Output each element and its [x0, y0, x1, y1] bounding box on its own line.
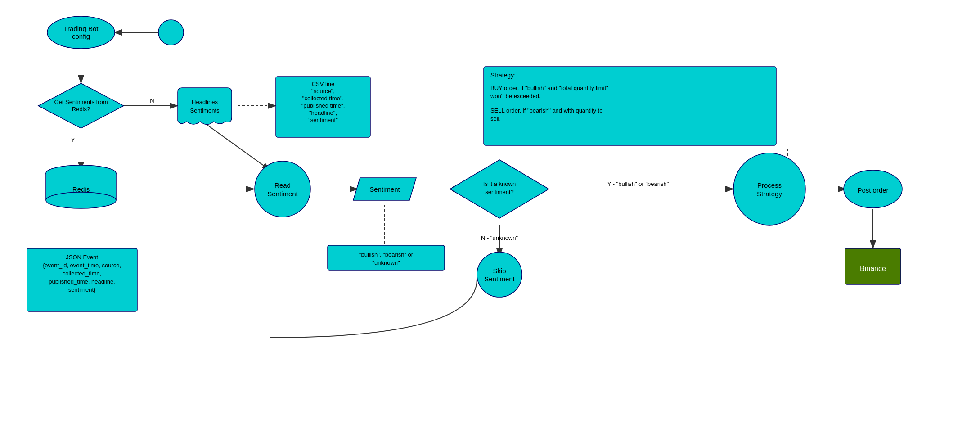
- n-unknown-label: N - "unknown": [481, 235, 518, 241]
- strategy-box: [484, 67, 776, 145]
- binance-label: Binance: [860, 265, 886, 272]
- strategy-box-label4: sell.: [490, 115, 501, 122]
- y-label: Y: [71, 136, 75, 143]
- redis-bottom: [46, 192, 116, 208]
- trading-bot-config-label2: config: [72, 32, 90, 40]
- csv-line-label0: CSV line: [312, 81, 335, 87]
- known-sentiment-label1: Is it a known: [483, 180, 516, 187]
- headlines-sentiments-node: [178, 88, 232, 125]
- start-node: [158, 20, 184, 45]
- known-sentiment-label2: sentiment?: [485, 189, 514, 195]
- svg-line-7: [202, 122, 270, 170]
- strategy-box-label1: BUY order, if "bullish" and "total quant…: [490, 85, 608, 91]
- process-strategy-label1: Process: [757, 181, 782, 189]
- process-strategy-label2: Strategy: [757, 190, 782, 198]
- csv-line-label2: "collected time",: [302, 95, 344, 102]
- get-sentiments-label1: Get Sentiments from: [54, 99, 108, 105]
- trading-bot-config-label: Trading Bot: [64, 25, 99, 32]
- bullish-bearish-label1: "bullish", "bearish" or: [359, 251, 414, 258]
- read-sentiment-node: [255, 161, 310, 217]
- sentiment-label: Sentiment: [369, 185, 400, 193]
- post-order-label: Post order: [857, 186, 888, 194]
- redis-label: Redis: [72, 185, 90, 193]
- y-bullish-label: Y - "bullish" or "bearish": [607, 180, 669, 187]
- get-sentiments-label2: Redis?: [72, 106, 90, 113]
- json-event-label2: collected_time,: [63, 270, 102, 277]
- csv-line-label1: "source",: [311, 88, 335, 95]
- n-label: N: [150, 97, 154, 104]
- json-event-label0: JSON Event: [66, 254, 98, 261]
- skip-sentiment-label1: Skip: [493, 267, 506, 275]
- json-event-label3: published_time, headline,: [49, 278, 115, 285]
- read-sentiment-label2: Sentiment: [267, 190, 298, 198]
- strategy-box-label2: won't be exceeded.: [490, 93, 541, 99]
- skip-sentiment-label2: Sentiment: [484, 275, 515, 283]
- bullish-bearish-label2: "unknown": [372, 259, 400, 266]
- json-event-label4: sentiment}: [68, 286, 96, 293]
- headlines-sentiments-label2: Sentiments: [190, 107, 220, 114]
- csv-line-label5: "sentiment": [308, 117, 338, 123]
- json-event-label1: {event_id, event_time, source,: [43, 262, 121, 269]
- headlines-sentiments-label1: Headlines: [192, 99, 218, 105]
- csv-line-label4: "headline",: [309, 109, 337, 116]
- csv-line-label3: "published time",: [301, 102, 345, 109]
- process-strategy-node: [733, 153, 805, 225]
- read-sentiment-label1: Read: [274, 181, 291, 189]
- strategy-box-label3: SELL order, if "bearish" and with quanti…: [490, 107, 602, 114]
- strategy-box-label0: Strategy:: [490, 72, 516, 79]
